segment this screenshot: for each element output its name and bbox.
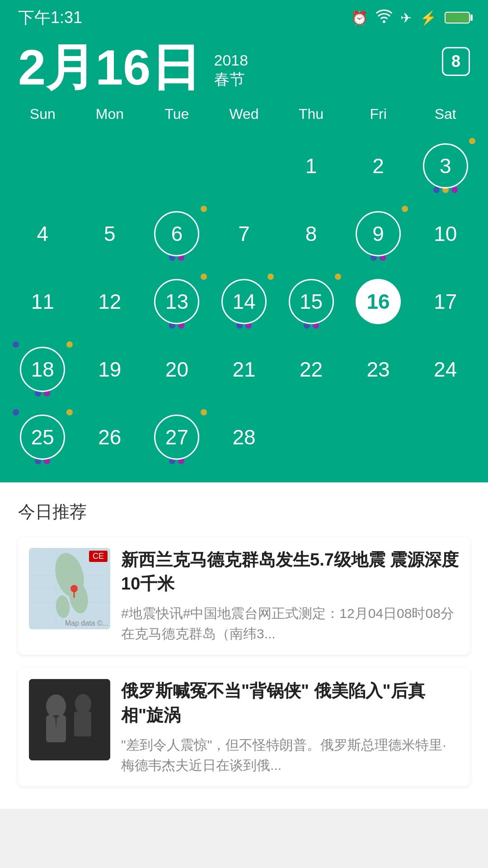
- cal-cell-10[interactable]: 10: [412, 202, 479, 265]
- cal-cell-6[interactable]: 6: [143, 202, 211, 265]
- cal-cell-3[interactable]: 3: [412, 134, 479, 198]
- cal-cell-28[interactable]: 28: [211, 406, 278, 469]
- cal-cell-26[interactable]: 26: [76, 406, 144, 469]
- dot-top-right-27: [201, 409, 207, 415]
- cal-day-6: 6: [154, 211, 199, 256]
- cal-day-21: 21: [221, 347, 267, 392]
- cal-day-15: 15: [289, 279, 334, 324]
- cal-cell-25[interactable]: 25: [9, 406, 76, 469]
- dot-top-left-25: [13, 409, 19, 415]
- cal-cell-7[interactable]: 7: [211, 202, 278, 265]
- cal-cell-empty-3: [211, 134, 278, 198]
- weekdays-row: Sun Mon Tue Wed Thu Fri Sat: [0, 101, 488, 130]
- cal-cell-23[interactable]: 23: [345, 338, 412, 401]
- cal-day-27: 27: [154, 415, 199, 460]
- cal-cell-20[interactable]: 20: [143, 338, 211, 401]
- cal-cell-empty-2: [143, 134, 211, 198]
- dot-top-right-25: [66, 409, 73, 415]
- cal-day-8: 8: [289, 211, 334, 256]
- svg-rect-14: [74, 712, 91, 736]
- cal-cell-21[interactable]: 21: [211, 338, 278, 401]
- cal-cell-14[interactable]: 14: [211, 270, 278, 333]
- svg-rect-16: [53, 715, 59, 717]
- cal-day-28: 28: [221, 415, 267, 460]
- cal-cell-4[interactable]: 4: [9, 202, 76, 265]
- dot-blue-3: [433, 187, 440, 193]
- weekday-sun: Sun: [9, 106, 76, 123]
- dot-top-right-18: [66, 341, 73, 348]
- status-bar: 下午1:31 ⏰ ✈ ⚡: [0, 0, 488, 32]
- cal-cell-17[interactable]: 17: [412, 270, 479, 333]
- dot-top-left-18: [13, 341, 19, 348]
- alarm-icon: ⏰: [351, 10, 368, 26]
- svg-rect-10: [29, 679, 110, 760]
- bolt-icon: ⚡: [420, 10, 436, 26]
- cal-cell-11[interactable]: 11: [9, 270, 76, 333]
- airplane-icon: ✈: [400, 10, 412, 26]
- news-card-2[interactable]: 俄罗斯喊冤不当"背锅侠" 俄美陷入"后真相"旋涡 "差到令人震惊"，但不怪特朗普…: [18, 668, 470, 786]
- cal-day-7: 7: [221, 211, 267, 256]
- cal-day-26: 26: [87, 415, 132, 460]
- cal-cell-24[interactable]: 24: [412, 338, 479, 401]
- news-map-image: CE Map data ©...: [29, 548, 110, 629]
- cal-day-13: 13: [154, 279, 199, 324]
- cal-day-12: 12: [87, 279, 132, 324]
- battery-icon: [445, 12, 470, 24]
- cal-cell-2[interactable]: 2: [345, 134, 412, 198]
- cal-cell-27[interactable]: 27: [143, 406, 211, 469]
- cal-day-3: 3: [423, 143, 468, 189]
- calendar-icon-num: 8: [451, 52, 460, 71]
- cal-day-19: 19: [87, 347, 132, 392]
- news-content-1: 新西兰克马德克群岛发生5.7级地震 震源深度10千米 #地震快讯#中国地震台网正…: [121, 548, 459, 644]
- cal-cell-1[interactable]: 1: [277, 134, 345, 198]
- cal-cell-18[interactable]: 18: [9, 338, 76, 401]
- cal-cell-22[interactable]: 22: [277, 338, 345, 401]
- date-display: 2月16日: [18, 42, 201, 92]
- cal-cell-empty-0: [9, 134, 76, 198]
- cal-cell-9[interactable]: 9: [345, 202, 412, 265]
- news-desc-2: "差到令人震惊"，但不怪特朗普。俄罗斯总理德米特里·梅德韦杰夫近日在谈到俄...: [121, 735, 459, 775]
- cal-cell-empty-1: [76, 134, 144, 198]
- cal-cell-16[interactable]: 16: [345, 270, 412, 333]
- calendar-grid: 1234567891011121314151617181920212223242…: [0, 130, 488, 482]
- cal-cell-8[interactable]: 8: [277, 202, 345, 265]
- dot-top-right-6: [201, 206, 207, 212]
- cal-day-empty: [423, 415, 468, 460]
- cal-day-2: 2: [356, 143, 401, 189]
- dot-top-right-14: [267, 274, 274, 280]
- weekday-tue: Tue: [143, 106, 211, 123]
- cal-day-18: 18: [20, 347, 65, 392]
- calendar-header: 2月16日 2018 春节 8: [0, 32, 488, 101]
- cal-day-11: 11: [20, 279, 65, 324]
- calendar-icon-button[interactable]: 8: [442, 47, 470, 76]
- weekday-sat: Sat: [412, 106, 479, 123]
- dot-top-right-3: [469, 138, 475, 144]
- cal-day-16: 16: [356, 279, 401, 324]
- weekday-mon: Mon: [76, 106, 144, 123]
- cal-day-25: 25: [20, 415, 65, 460]
- weekday-fri: Fri: [345, 106, 412, 123]
- news-card-1[interactable]: CE Map data ©... 新西兰克马德克群岛发生5.7级地震 震源深度1…: [18, 537, 470, 655]
- date-side: 2018 春节: [214, 42, 249, 90]
- cal-day-23: 23: [356, 347, 401, 392]
- cal-cell-13[interactable]: 13: [143, 270, 211, 333]
- cal-day-17: 17: [423, 279, 468, 324]
- dot-top-right-15: [335, 274, 341, 280]
- today-title: 今日推荐: [18, 500, 470, 524]
- cal-cell-12[interactable]: 12: [76, 270, 144, 333]
- news-photo-image: [29, 679, 110, 760]
- cal-cell-5[interactable]: 5: [76, 202, 144, 265]
- news-desc-1: #地震快讯#中国地震台网正式测定：12月04日08时08分在克马德克群岛（南纬3…: [121, 603, 459, 644]
- cal-cell-15[interactable]: 15: [277, 270, 345, 333]
- today-section: 今日推荐: [0, 482, 488, 809]
- wifi-icon: [376, 9, 392, 26]
- weekday-wed: Wed: [211, 106, 278, 123]
- news-thumbnail-1: CE Map data ©...: [29, 548, 110, 629]
- cal-cell-19[interactable]: 19: [76, 338, 144, 401]
- cal-day-5: 5: [87, 211, 132, 256]
- cal-day-20: 20: [154, 347, 199, 392]
- dot-top-right-13: [201, 274, 207, 280]
- cal-day-10: 10: [423, 211, 468, 256]
- cal-day-14: 14: [221, 279, 267, 324]
- dot-purple-3: [451, 187, 458, 193]
